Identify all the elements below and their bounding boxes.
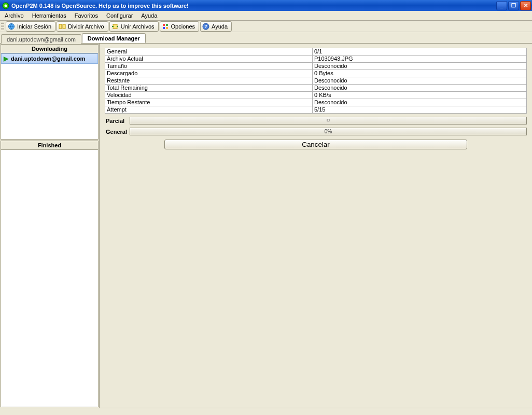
cancel-row: Cancelar xyxy=(105,140,527,149)
table-row: General0/1 xyxy=(105,48,527,56)
table-row: Descargado0 Bytes xyxy=(105,70,527,77)
downloading-item-label: dani.uptodown@gmail.com xyxy=(11,56,85,62)
general-progress-text: 0% xyxy=(325,129,332,134)
maximize-button[interactable]: ❐ xyxy=(508,1,519,10)
ayuda-button[interactable]: ? Ayuda xyxy=(200,21,232,32)
svg-rect-6 xyxy=(163,24,165,26)
info-key: Velocidad xyxy=(105,92,313,99)
info-value: P1030943.JPG xyxy=(313,56,527,63)
info-key: Total Remaining xyxy=(105,85,313,92)
parcial-label: Parcial xyxy=(105,118,130,124)
svg-rect-9 xyxy=(166,27,168,29)
tab-label: dani.uptodown@gmail.com xyxy=(7,36,76,43)
join-icon xyxy=(111,23,119,30)
svg-rect-8 xyxy=(163,27,165,29)
opciones-button[interactable]: Opciones xyxy=(160,21,199,32)
general-progress: 0% xyxy=(130,128,527,135)
finished-panel: Finished xyxy=(1,141,99,407)
statusbar xyxy=(0,408,532,415)
menu-favoritos[interactable]: Favoritos xyxy=(71,12,102,19)
table-row: Archivo ActualP1030943.JPG xyxy=(105,56,527,63)
info-value: 5/15 xyxy=(313,106,527,114)
info-key: Tiempo Restante xyxy=(105,99,313,106)
minimize-button[interactable]: _ xyxy=(496,1,507,10)
info-value: 0/1 xyxy=(313,48,527,56)
titlebar: OpenP2M 0.148 is OpenSource. Help us to … xyxy=(0,0,532,11)
cancel-button-label: Cancelar xyxy=(302,141,329,148)
tab-bar: dani.uptodown@gmail.com Download Manager xyxy=(0,32,532,43)
menu-ayuda[interactable]: Ayuda xyxy=(137,12,161,19)
parcial-progress xyxy=(130,117,527,125)
progress-marker-icon xyxy=(327,119,330,121)
svg-rect-5 xyxy=(113,24,117,29)
info-table: General0/1Archivo ActualP1030943.JPGTama… xyxy=(105,48,527,114)
unir-archivos-button[interactable]: Unir Archivos xyxy=(109,21,159,32)
window-controls: _ ❐ ✕ xyxy=(496,1,531,10)
general-label: General xyxy=(105,129,130,135)
menu-herramientas[interactable]: Herramientas xyxy=(29,12,70,19)
toolbar-label: Iniciar Sesión xyxy=(17,23,51,30)
info-key: General xyxy=(105,48,313,56)
split-icon xyxy=(59,23,66,30)
toolbar-label: Dividir Archivo xyxy=(68,23,104,30)
info-value: 0 KB/s xyxy=(313,92,527,99)
table-row: Velocidad0 KB/s xyxy=(105,92,527,99)
info-value: Desconocido xyxy=(313,77,527,85)
finished-header: Finished xyxy=(1,141,98,150)
tab-account[interactable]: dani.uptodown@gmail.com xyxy=(1,34,81,44)
toolbar-label: Unir Archivos xyxy=(121,23,155,30)
svg-rect-3 xyxy=(59,24,62,29)
table-row: RestanteDesconocido xyxy=(105,77,527,85)
help-icon: ? xyxy=(202,23,209,30)
menubar: Archivo Herramientas Favoritos Configura… xyxy=(0,11,532,21)
close-button[interactable]: ✕ xyxy=(520,1,531,10)
toolbar-grip xyxy=(1,22,4,31)
content-area: Downloading ▶ dani.uptodown@gmail.com Fi… xyxy=(0,43,532,408)
options-icon xyxy=(162,23,169,30)
app-icon xyxy=(2,2,9,9)
finished-list xyxy=(1,150,98,407)
dividir-archivo-button[interactable]: Dividir Archivo xyxy=(57,21,108,32)
table-row: Attempt5/15 xyxy=(105,106,527,114)
table-row: Total RemainingDesconocido xyxy=(105,85,527,92)
toolbar: Iniciar Sesión Dividir Archivo Unir Arch… xyxy=(0,21,532,32)
tab-download-manager[interactable]: Download Manager xyxy=(82,33,146,43)
info-key: Descargado xyxy=(105,70,313,77)
downloading-header: Downloading xyxy=(1,45,98,53)
globe-icon xyxy=(8,23,15,30)
sidebar: Downloading ▶ dani.uptodown@gmail.com Fi… xyxy=(0,44,100,408)
progress-general-row: General 0% xyxy=(105,128,527,135)
info-value: 0 Bytes xyxy=(313,70,527,77)
svg-text:?: ? xyxy=(204,24,207,29)
iniciar-sesion-button[interactable]: Iniciar Sesión xyxy=(6,21,55,32)
info-value: Desconocido xyxy=(313,63,527,70)
info-key: Archivo Actual xyxy=(105,56,313,63)
main-panel: General0/1Archivo ActualP1030943.JPGTama… xyxy=(100,44,532,408)
tab-label: Download Manager xyxy=(88,35,140,42)
svg-rect-7 xyxy=(166,24,168,26)
downloading-item[interactable]: ▶ dani.uptodown@gmail.com xyxy=(1,53,98,64)
cancel-button[interactable]: Cancelar xyxy=(164,140,467,149)
menu-configurar[interactable]: Configurar xyxy=(103,12,136,19)
window-title: OpenP2M 0.148 is OpenSource. Help us to … xyxy=(11,3,496,9)
svg-point-1 xyxy=(5,4,7,7)
toolbar-label: Opciones xyxy=(171,23,195,30)
info-key: Tamaño xyxy=(105,63,313,70)
table-row: TamañoDesconocido xyxy=(105,63,527,70)
downloading-list: ▶ dani.uptodown@gmail.com xyxy=(1,53,98,139)
menu-archivo[interactable]: Archivo xyxy=(1,12,27,19)
downloading-panel: Downloading ▶ dani.uptodown@gmail.com xyxy=(1,44,99,140)
progress-parcial-row: Parcial xyxy=(105,117,527,125)
info-value: Desconocido xyxy=(313,85,527,92)
table-row: Tiempo RestanteDesconocido xyxy=(105,99,527,106)
toolbar-label: Ayuda xyxy=(212,23,228,30)
info-key: Restante xyxy=(105,77,313,85)
info-key: Attempt xyxy=(105,106,313,114)
svg-rect-4 xyxy=(63,24,65,29)
play-icon: ▶ xyxy=(4,55,8,62)
info-value: Desconocido xyxy=(313,99,527,106)
